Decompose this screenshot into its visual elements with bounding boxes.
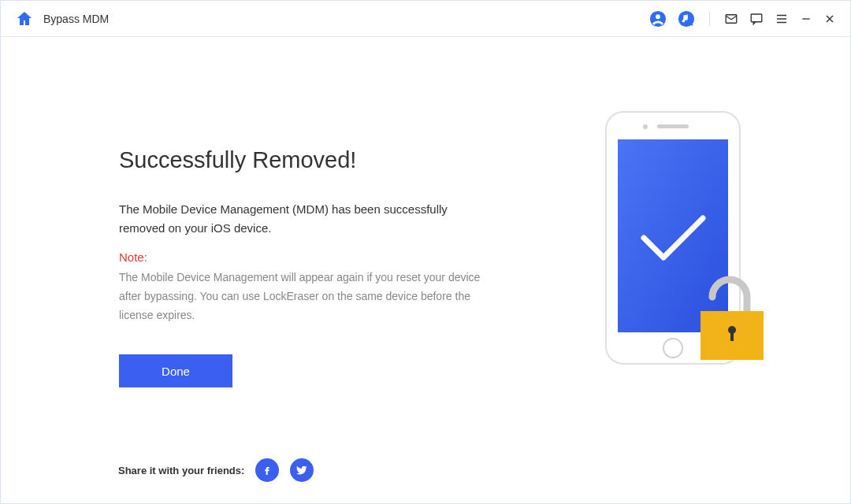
- chat-icon[interactable]: [749, 12, 764, 26]
- svg-rect-20: [730, 332, 734, 341]
- menu-icon[interactable]: [775, 12, 789, 26]
- mail-icon[interactable]: [724, 12, 738, 26]
- home-icon[interactable]: [15, 9, 34, 28]
- twitter-icon[interactable]: [290, 458, 314, 482]
- note-text: The Mobile Device Management will appear…: [119, 269, 489, 324]
- close-icon[interactable]: [823, 13, 836, 25]
- svg-line-4: [691, 24, 693, 25]
- done-button[interactable]: Done: [119, 354, 232, 387]
- account-icon[interactable]: [649, 10, 667, 28]
- success-heading: Successfully Removed!: [119, 147, 489, 173]
- svg-rect-16: [618, 139, 728, 332]
- success-description: The Mobile Device Management (MDM) has b…: [119, 200, 489, 238]
- illustration: [489, 92, 779, 391]
- svg-rect-15: [657, 124, 689, 128]
- svg-point-14: [643, 124, 648, 129]
- svg-point-1: [656, 14, 660, 19]
- minimize-icon[interactable]: [800, 13, 812, 25]
- note-label: Note:: [119, 250, 489, 264]
- svg-rect-6: [751, 14, 762, 22]
- facebook-icon[interactable]: [255, 458, 279, 482]
- page-title: Bypass MDM: [43, 13, 109, 25]
- music-icon[interactable]: [678, 10, 695, 28]
- share-label: Share it with your friends:: [118, 465, 244, 476]
- header-divider: [709, 12, 710, 26]
